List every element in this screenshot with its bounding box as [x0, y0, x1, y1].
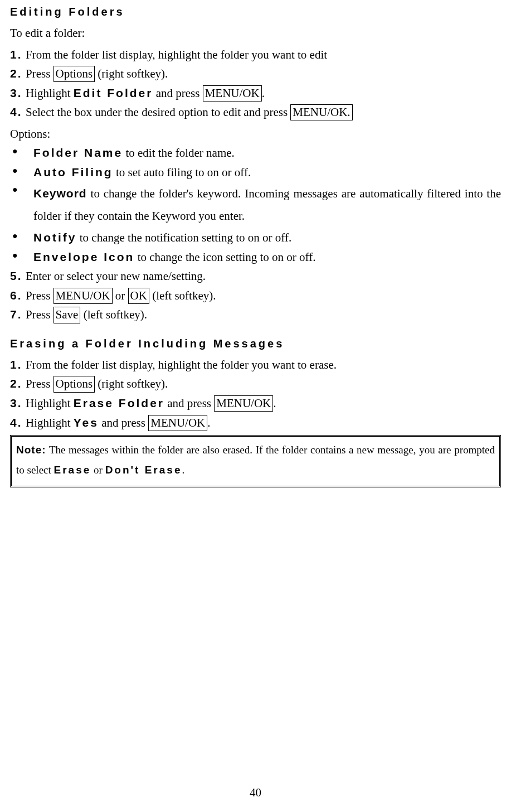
text: to change the folder's keyword. Incoming…: [33, 187, 501, 223]
text: Highlight: [26, 416, 74, 429]
step-number: 2.: [10, 375, 26, 393]
text: .: [207, 416, 210, 429]
note-box: Note: The messages within the folder are…: [10, 435, 501, 487]
step-number: 7.: [10, 306, 26, 324]
option-body: Keyword to change the folder's keyword. …: [33, 182, 501, 228]
step-number: 3.: [10, 84, 26, 103]
key-menu-ok: MENU/OK: [214, 395, 273, 412]
option-body: Auto Filing to set auto filing to on or …: [33, 163, 501, 182]
text: Select the box under the desired option …: [26, 105, 290, 119]
step-number: 1.: [10, 356, 26, 374]
text: to change the notification setting to on…: [77, 231, 292, 244]
key-options: Options: [53, 376, 95, 392]
text: Press: [26, 289, 53, 302]
key-menu-ok: MENU/OK: [203, 85, 262, 102]
step-body: Press Options (right softkey).: [26, 375, 501, 393]
text: Highlight: [26, 397, 74, 410]
step-number: 1.: [10, 46, 26, 64]
text: to change the icon setting to on or off.: [134, 250, 315, 264]
note-label: Note:: [16, 444, 46, 456]
menu-keyword: Keyword: [33, 187, 87, 200]
text: .: [262, 86, 265, 100]
option-keyword: ● Keyword to change the folder's keyword…: [10, 182, 501, 228]
option-body: Notify to change the notification settin…: [33, 229, 501, 247]
text: (right softkey).: [95, 377, 168, 390]
text: to set auto filing to on or off.: [113, 166, 251, 179]
step-7: 7. Press Save (left softkey).: [10, 306, 501, 324]
step-number: 3.: [10, 394, 26, 413]
text: Highlight: [26, 86, 74, 100]
option-envelope-icon: ● Envelope Icon to change the icon setti…: [10, 248, 501, 267]
step-body: Highlight Erase Folder and press MENU/OK…: [26, 394, 501, 413]
page-number: 40: [0, 784, 511, 802]
text: Press: [26, 308, 53, 321]
erase-step-1: 1. From the folder list display, highlig…: [10, 356, 501, 374]
step-2: 2. Press Options (right softkey).: [10, 65, 501, 83]
step-number: 5.: [10, 267, 26, 286]
menu-edit-folder: Edit Folder: [74, 86, 153, 99]
key-menu-ok: MENU/OK: [148, 415, 207, 431]
menu-envelope-icon: Envelope Icon: [33, 250, 134, 263]
step-4: 4. Select the box under the desired opti…: [10, 103, 501, 122]
option-body: Envelope Icon to change the icon setting…: [33, 248, 501, 267]
text: Press: [26, 67, 53, 80]
key-menu-ok: MENU/OK.: [290, 104, 352, 120]
bullet-icon: ●: [10, 248, 33, 267]
step-body: From the folder list display, highlight …: [26, 46, 501, 64]
step-5: 5. Enter or select your new name/setting…: [10, 267, 501, 286]
menu-yes: Yes: [74, 416, 99, 429]
text: (left softkey).: [149, 289, 216, 302]
bullet-icon: ●: [10, 163, 33, 182]
menu-erase-folder: Erase Folder: [74, 397, 164, 409]
text: to edit the folder name.: [123, 146, 235, 160]
bullet-icon: ●: [10, 182, 33, 228]
menu-erase: Erase: [54, 464, 91, 476]
step-body: Highlight Edit Folder and press MENU/OK.: [26, 84, 501, 103]
step-1: 1. From the folder list display, highlig…: [10, 46, 501, 64]
text: .: [273, 397, 276, 410]
step-3: 3. Highlight Edit Folder and press MENU/…: [10, 84, 501, 103]
options-label: Options:: [10, 125, 501, 143]
erase-step-2: 2. Press Options (right softkey).: [10, 375, 501, 393]
text: and press: [164, 397, 214, 410]
text: (left softkey).: [80, 308, 147, 321]
step-body: Enter or select your new name/setting.: [26, 267, 501, 286]
heading-erasing-folder: Erasing a Folder Including Messages: [10, 335, 501, 352]
step-body: From the folder list display, highlight …: [26, 356, 501, 374]
key-save: Save: [53, 307, 81, 323]
step-number: 4.: [10, 414, 26, 432]
text: or: [91, 464, 105, 476]
step-body: Highlight Yes and press MENU/OK.: [26, 414, 501, 432]
intro-text: To edit a folder:: [10, 24, 501, 42]
text: and press: [153, 86, 202, 100]
key-menu-ok: MENU/OK: [53, 288, 113, 304]
step-body: Select the box under the desired option …: [26, 103, 501, 122]
step-body: Press Save (left softkey).: [26, 306, 501, 324]
text: (right softkey).: [95, 67, 168, 80]
step-body: Press Options (right softkey).: [26, 65, 501, 83]
step-6: 6. Press MENU/OK or OK (left softkey).: [10, 287, 501, 305]
erase-step-4: 4. Highlight Yes and press MENU/OK.: [10, 414, 501, 432]
option-body: Folder Name to edit the folder name.: [33, 144, 501, 162]
step-number: 6.: [10, 287, 26, 305]
text: and press: [99, 416, 148, 429]
text: or: [113, 289, 128, 302]
text: .: [182, 464, 184, 476]
step-number: 4.: [10, 103, 26, 122]
menu-folder-name: Folder Name: [33, 146, 123, 159]
heading-editing-folders: Editing Folders: [10, 3, 501, 21]
text: Press: [26, 377, 53, 390]
bullet-icon: ●: [10, 229, 33, 247]
step-body: Press MENU/OK or OK (left softkey).: [26, 287, 501, 305]
key-ok: OK: [128, 288, 149, 304]
option-notify: ● Notify to change the notification sett…: [10, 229, 501, 247]
menu-dont-erase: Don't Erase: [105, 464, 182, 476]
erase-step-3: 3. Highlight Erase Folder and press MENU…: [10, 394, 501, 413]
menu-auto-filing: Auto Filing: [33, 166, 113, 178]
step-number: 2.: [10, 65, 26, 83]
bullet-icon: ●: [10, 144, 33, 162]
menu-notify: Notify: [33, 231, 77, 244]
option-auto-filing: ● Auto Filing to set auto filing to on o…: [10, 163, 501, 182]
option-folder-name: ● Folder Name to edit the folder name.: [10, 144, 501, 162]
key-options: Options: [53, 66, 95, 82]
